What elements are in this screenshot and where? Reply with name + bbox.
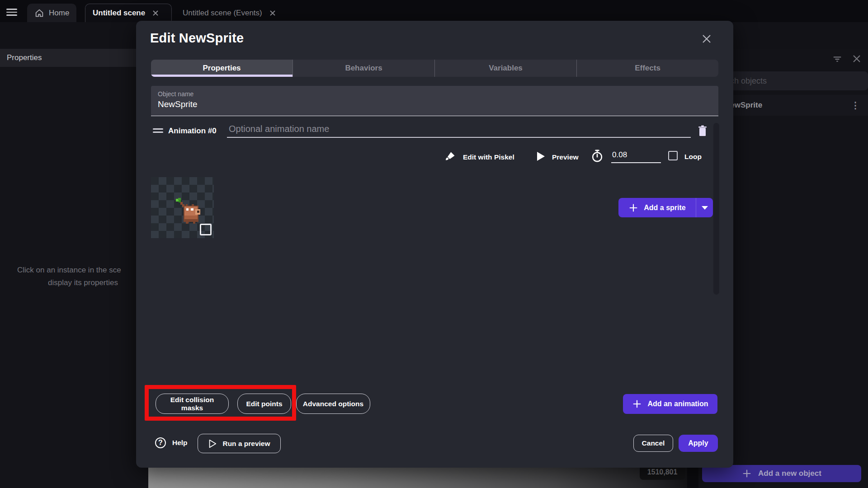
- stopwatch-icon: [591, 149, 604, 163]
- run-preview-button[interactable]: Run a preview: [198, 434, 281, 453]
- object-name-field[interactable]: Object name: [151, 86, 718, 116]
- properties-panel: Properties Click on an instance in the s…: [0, 49, 148, 488]
- add-sprite-split-button: Add a sprite: [618, 198, 713, 217]
- properties-empty-message-line2: display its properties: [48, 278, 118, 287]
- animation-name-input[interactable]: [227, 124, 691, 138]
- edit-collision-masks-button[interactable]: Edit collision masks: [156, 394, 229, 414]
- dialog-title: Edit NewSprite: [150, 31, 244, 46]
- app-window: Home Untitled scene Untitled scene (Even…: [0, 0, 868, 488]
- advanced-options-button[interactable]: Advanced options: [296, 394, 370, 414]
- preview-button[interactable]: Preview: [549, 153, 581, 162]
- edit-points-button[interactable]: Edit points: [237, 394, 291, 414]
- properties-panel-title: Properties: [7, 53, 42, 62]
- properties-panel-header: Properties: [0, 49, 148, 67]
- add-sprite-button[interactable]: Add a sprite: [618, 198, 696, 217]
- tab-properties[interactable]: Properties: [151, 60, 292, 77]
- animation-label: Animation #0: [168, 127, 217, 136]
- tab-effects[interactable]: Effects: [576, 60, 718, 77]
- object-name-label: Object name: [158, 90, 712, 98]
- help-button[interactable]: ? Help: [155, 437, 188, 448]
- tab-home[interactable]: Home: [27, 4, 76, 22]
- tab-home-label: Home: [49, 9, 69, 18]
- loop-checkbox[interactable]: [668, 151, 678, 160]
- tab-scene-label: Untitled scene: [93, 9, 145, 18]
- apply-button[interactable]: Apply: [679, 435, 718, 452]
- top-bar: Home Untitled scene Untitled scene (Even…: [0, 0, 868, 22]
- scene-canvas-edge: [148, 468, 687, 488]
- home-icon: [34, 8, 44, 18]
- plus-icon: [628, 203, 638, 213]
- close-tab-icon[interactable]: [269, 10, 276, 16]
- add-sprite-dropdown-arrow[interactable]: [696, 198, 713, 217]
- help-icon: ?: [155, 437, 166, 448]
- loop-label: Loop: [684, 153, 702, 161]
- play-icon: [536, 151, 545, 161]
- sprite-select-checkbox[interactable]: [200, 224, 212, 235]
- tab-behaviors[interactable]: Behaviors: [292, 60, 434, 77]
- close-panel-icon[interactable]: [852, 54, 861, 63]
- tab-variables[interactable]: Variables: [434, 60, 576, 77]
- edit-with-piskel-button[interactable]: Edit with Piskel: [460, 153, 517, 162]
- add-animation-button[interactable]: Add an animation: [623, 394, 717, 414]
- close-tab-icon[interactable]: [152, 10, 159, 16]
- tab-untitled-scene-events[interactable]: Untitled scene (Events): [175, 4, 283, 22]
- dialog-tab-bar: Properties Behaviors Variables Effects: [151, 60, 718, 77]
- tab-untitled-scene[interactable]: Untitled scene: [85, 4, 172, 22]
- dialog-scrollbar[interactable]: [713, 123, 719, 295]
- tab-events-label: Untitled scene (Events): [183, 9, 262, 18]
- item-menu-icon[interactable]: ⋮: [851, 100, 860, 111]
- frame-duration-input[interactable]: [611, 150, 661, 163]
- hamburger-menu-icon[interactable]: [6, 7, 17, 18]
- pig-sprite-image: [174, 193, 208, 228]
- object-name-input[interactable]: [158, 98, 712, 109]
- delete-animation-icon[interactable]: [697, 125, 708, 137]
- filter-icon[interactable]: [832, 54, 842, 64]
- plus-icon: [632, 399, 642, 409]
- cancel-button[interactable]: Cancel: [633, 435, 673, 452]
- play-outline-icon: [208, 439, 217, 448]
- edit-sprite-dialog: Edit NewSprite Properties Behaviors Vari…: [136, 21, 733, 468]
- plus-icon: [742, 469, 752, 479]
- brush-icon: [445, 151, 456, 162]
- help-label: Help: [172, 439, 188, 447]
- dialog-close-icon[interactable]: [701, 33, 712, 44]
- drag-handle-icon[interactable]: [153, 127, 163, 135]
- sprite-thumbnail[interactable]: [151, 177, 214, 238]
